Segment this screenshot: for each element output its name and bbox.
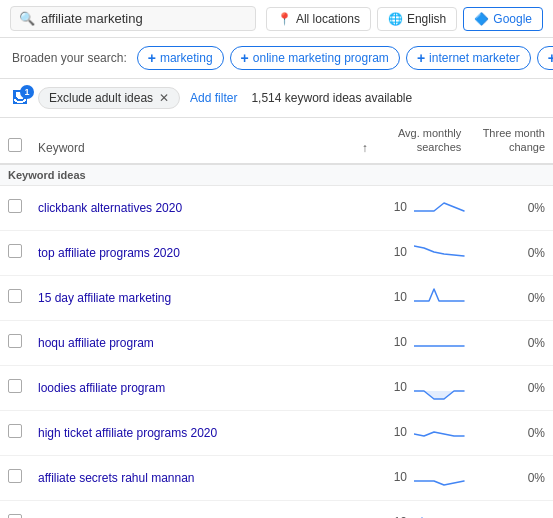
- row-checkbox[interactable]: [8, 424, 22, 438]
- row-checkbox-cell[interactable]: [0, 275, 30, 320]
- change-value: 0%: [528, 336, 545, 350]
- filter-icon-container[interactable]: ⛾ 1: [12, 89, 28, 107]
- filter-badge: 1: [20, 85, 34, 99]
- avg-value: 10: [394, 335, 407, 349]
- three-month-change-cell: 0%: [469, 410, 553, 455]
- keyword-cell: loodies affiliate program: [30, 365, 344, 410]
- language-label: English: [407, 12, 446, 26]
- search-icon: 🔍: [19, 11, 35, 26]
- sparkline-chart: [414, 373, 469, 403]
- keyword-text[interactable]: 15 day affiliate marketing: [38, 291, 171, 305]
- add-filter-button[interactable]: Add filter: [190, 91, 237, 105]
- keyword-cell: 15 day affiliate marketing: [30, 275, 344, 320]
- sort-cell: [344, 500, 386, 518]
- engine-label: Google: [493, 12, 532, 26]
- avg-monthly-cell: 10: [386, 410, 470, 455]
- table-row: hoqu affiliate program10 0%: [0, 320, 553, 365]
- sort-cell: [344, 410, 386, 455]
- row-checkbox-cell[interactable]: [0, 500, 30, 518]
- keyword-text[interactable]: hoqu affiliate program: [38, 336, 154, 350]
- keyword-cell: top affiliate programs 2020: [30, 230, 344, 275]
- keyword-count: 1,514 keyword ideas available: [251, 91, 412, 105]
- broaden-chip-1[interactable]: + online marketing program: [230, 46, 400, 70]
- three-month-change-cell: 0%: [469, 275, 553, 320]
- row-checkbox-cell[interactable]: [0, 230, 30, 275]
- three-month-change-cell: +∞: [469, 500, 553, 518]
- change-value: 0%: [528, 201, 545, 215]
- broaden-chip-2[interactable]: + internet marketer: [406, 46, 531, 70]
- sort-cell: [344, 185, 386, 230]
- plus-icon-1: +: [241, 50, 249, 66]
- avg-monthly-cell: 10: [386, 320, 470, 365]
- sparkline-chart: [414, 418, 469, 448]
- search-input[interactable]: [41, 11, 247, 26]
- row-checkbox-cell[interactable]: [0, 455, 30, 500]
- keyword-text[interactable]: affiliate secrets rahul mannan: [38, 471, 195, 485]
- change-value: 0%: [528, 291, 545, 305]
- keyword-table-container: Keyword ↑ Avg. monthly searches Three mo…: [0, 118, 553, 518]
- table-row: loodies affiliate program10 0%: [0, 365, 553, 410]
- broaden-chip-3[interactable]: + marketing: [537, 46, 553, 70]
- language-icon: 🌐: [388, 12, 403, 26]
- header-checkbox-cell[interactable]: [0, 118, 30, 164]
- row-checkbox-cell[interactable]: [0, 320, 30, 365]
- keyword-table: Keyword ↑ Avg. monthly searches Three mo…: [0, 118, 553, 518]
- avg-monthly-cell: 10: [386, 500, 470, 518]
- filter-row: ⛾ 1 Exclude adult ideas ✕ Add filter 1,5…: [0, 79, 553, 118]
- sort-cell: [344, 365, 386, 410]
- broaden-chip-0[interactable]: + marketing: [137, 46, 224, 70]
- three-month-change-cell: 0%: [469, 365, 553, 410]
- avg-monthly-cell: 10: [386, 230, 470, 275]
- keyword-cell: google adsense ppc affiliate programs: [30, 500, 344, 518]
- top-bar: 🔍 📍 All locations 🌐 English 🔷 Google: [0, 0, 553, 38]
- exclude-adult-label: Exclude adult ideas: [49, 91, 153, 105]
- engine-button[interactable]: 🔷 Google: [463, 7, 543, 31]
- sort-column-header[interactable]: ↑: [344, 118, 386, 164]
- locations-button[interactable]: 📍 All locations: [266, 7, 371, 31]
- row-checkbox[interactable]: [8, 469, 22, 483]
- keyword-text[interactable]: top affiliate programs 2020: [38, 246, 180, 260]
- table-row: clickbank alternatives 202010 0%: [0, 185, 553, 230]
- keyword-text[interactable]: high ticket affiliate programs 2020: [38, 426, 217, 440]
- row-checkbox-cell[interactable]: [0, 365, 30, 410]
- row-checkbox[interactable]: [8, 244, 22, 258]
- row-checkbox[interactable]: [8, 289, 22, 303]
- broaden-row: Broaden your search: + marketing + onlin…: [0, 38, 553, 79]
- row-checkbox[interactable]: [8, 199, 22, 213]
- broaden-chip-label-2: internet marketer: [429, 51, 520, 65]
- keyword-text[interactable]: clickbank alternatives 2020: [38, 201, 182, 215]
- section-label-row: Keyword ideas: [0, 164, 553, 186]
- close-icon[interactable]: ✕: [159, 91, 169, 105]
- top-bar-controls: 📍 All locations 🌐 English 🔷 Google: [266, 7, 543, 31]
- sparkline-chart: [414, 238, 469, 268]
- avg-value: 10: [394, 425, 407, 439]
- keyword-text[interactable]: loodies affiliate program: [38, 381, 165, 395]
- avg-monthly-cell: 10: [386, 455, 470, 500]
- header-checkbox[interactable]: [8, 138, 22, 152]
- search-box[interactable]: 🔍: [10, 6, 256, 31]
- keyword-cell: affiliate secrets rahul mannan: [30, 455, 344, 500]
- keyword-column-header: Keyword: [30, 118, 344, 164]
- change-value: 0%: [528, 381, 545, 395]
- row-checkbox-cell[interactable]: [0, 185, 30, 230]
- table-row: top affiliate programs 202010 0%: [0, 230, 553, 275]
- avg-monthly-cell: 10: [386, 275, 470, 320]
- row-checkbox-cell[interactable]: [0, 410, 30, 455]
- section-label: Keyword ideas: [0, 164, 553, 186]
- three-month-change-cell: 0%: [469, 230, 553, 275]
- three-month-change-cell: 0%: [469, 320, 553, 365]
- avg-value: 10: [394, 380, 407, 394]
- row-checkbox[interactable]: [8, 379, 22, 393]
- three-month-change-cell: 0%: [469, 455, 553, 500]
- change-value: 0%: [528, 246, 545, 260]
- plus-icon-0: +: [148, 50, 156, 66]
- row-checkbox[interactable]: [8, 334, 22, 348]
- row-checkbox[interactable]: [8, 514, 22, 518]
- sparkline-chart: [414, 463, 469, 493]
- sparkline-chart: [414, 508, 469, 518]
- avg-value: 10: [394, 290, 407, 304]
- broaden-label: Broaden your search:: [12, 51, 127, 65]
- language-button[interactable]: 🌐 English: [377, 7, 457, 31]
- change-value: 0%: [528, 426, 545, 440]
- exclude-adult-chip[interactable]: Exclude adult ideas ✕: [38, 87, 180, 109]
